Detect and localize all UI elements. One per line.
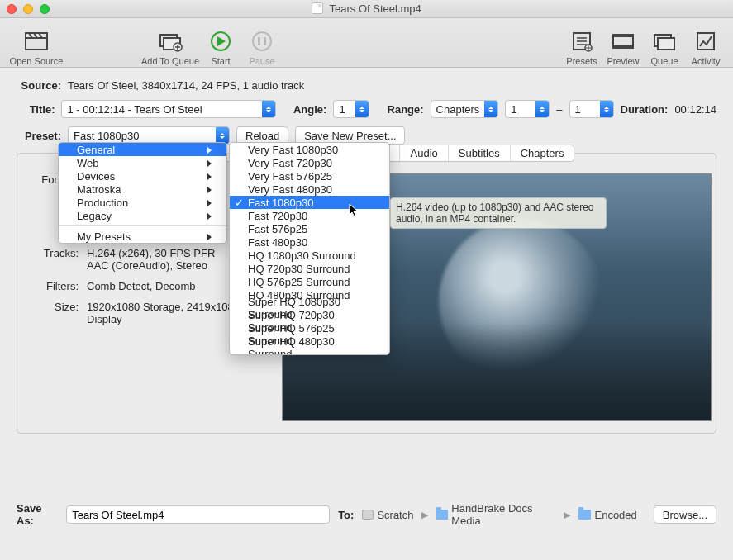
queue-add-icon [157, 30, 183, 53]
svg-marker-26 [350, 204, 358, 217]
presets-button[interactable]: Presets [561, 20, 602, 66]
open-source-button[interactable]: Open Source [7, 20, 66, 66]
path-segment-text: Scratch [377, 509, 413, 521]
size-label: Size: [29, 301, 79, 325]
folder-icon [436, 510, 448, 520]
preset-tooltip: H.264 video (up to 1080p30) and AAC ster… [390, 197, 607, 229]
chevron-right-icon: ▶ [421, 510, 428, 520]
preset-item-selected[interactable]: ✓Fast 1080p30 [230, 196, 389, 209]
save-as-label: Save As: [17, 502, 58, 527]
preset-item[interactable]: Fast 480p30 [230, 235, 389, 249]
range-mode-select[interactable]: Chapters [431, 100, 499, 118]
chevron-updown-icon [484, 101, 497, 117]
menu-item-legacy[interactable]: Legacy [59, 209, 226, 222]
preset-item[interactable]: Very Fast 1080p30 [230, 143, 389, 156]
queue-icon [651, 30, 678, 53]
menu-item-my-presets[interactable]: My Presets [59, 230, 226, 243]
range-dash: – [556, 103, 562, 116]
preset-select-value: Fast 1080p30 [74, 130, 211, 142]
save-as-input[interactable] [66, 505, 330, 524]
chevron-right-icon: ▶ [564, 510, 570, 520]
menu-item-devices[interactable]: Devices [59, 169, 226, 183]
chevron-updown-icon [535, 101, 549, 117]
toolbar: Open Source Add To Queue Start Pause Pre… [0, 18, 733, 68]
preview-button[interactable]: Preview [602, 20, 644, 66]
chevron-right-icon [207, 157, 212, 169]
preset-submenu: Very Fast 1080p30 Very Fast 720p30 Very … [229, 142, 390, 355]
preset-item[interactable]: HQ 1080p30 Surround [230, 249, 389, 262]
path-segment[interactable]: Encoded [578, 509, 636, 521]
pause-icon [249, 30, 275, 53]
svg-rect-22 [613, 45, 633, 48]
toolbar-label: Presets [566, 56, 597, 66]
svg-rect-0 [26, 38, 47, 50]
disk-icon [362, 510, 374, 520]
tab-audio[interactable]: Audio [401, 145, 449, 161]
range-from-select[interactable]: 1 [505, 100, 550, 118]
preset-categories-menu: General Web Devices Matroska Production … [58, 142, 227, 244]
menu-item-web[interactable]: Web [59, 156, 226, 169]
pause-button: Pause [241, 20, 283, 66]
svg-rect-25 [697, 33, 714, 50]
chevron-updown-icon [262, 101, 275, 117]
range-from-value: 1 [511, 103, 531, 116]
chevron-right-icon [207, 170, 212, 183]
check-icon: ✓ [235, 197, 244, 209]
toolbar-label: Add To Queue [141, 56, 199, 66]
menu-item-general[interactable]: General [59, 143, 226, 156]
document-icon [312, 2, 323, 14]
tab-subtitles[interactable]: Subtitles [449, 145, 511, 161]
preset-label: Preset: [17, 130, 61, 142]
preset-item[interactable]: HQ 576p25 Surround [230, 275, 389, 288]
preset-item[interactable]: Very Fast 576p25 [230, 169, 389, 183]
title-label: Title: [17, 103, 55, 116]
window-title: Tears Of Steel.mp4 [0, 2, 733, 15]
activity-button[interactable]: Activity [685, 20, 726, 66]
angle-value: 1 [339, 103, 350, 116]
duration-value: 00:12:14 [674, 103, 716, 116]
chevron-updown-icon [355, 101, 369, 117]
preset-item[interactable]: Fast 720p30 [230, 209, 389, 222]
toolbar-label: Activity [692, 56, 721, 66]
browse-button[interactable]: Browse... [654, 505, 716, 524]
cursor-icon [349, 203, 360, 218]
range-to-select[interactable]: 1 [569, 100, 614, 118]
queue-button[interactable]: Queue [644, 20, 685, 66]
preset-item[interactable]: Very Fast 480p30 [230, 183, 389, 196]
menu-item-matroska[interactable]: Matroska [59, 183, 226, 196]
menu-divider [59, 225, 226, 226]
folder-icon [578, 510, 591, 520]
title-select-value: 1 - 00:12:14 - Tears Of Steel [67, 103, 256, 116]
preset-item[interactable]: Fast 576p25 [230, 222, 389, 235]
path-segment[interactable]: HandBrake Docs Media [436, 502, 555, 527]
preset-item[interactable]: Very Fast 720p30 [230, 156, 389, 169]
angle-label: Angle: [293, 103, 326, 116]
play-icon [207, 30, 234, 53]
svg-rect-14 [264, 37, 266, 45]
svg-point-12 [253, 32, 271, 50]
menu-item-production[interactable]: Production [59, 196, 226, 209]
preset-item[interactable]: HQ 720p30 Surround [230, 262, 389, 275]
add-to-queue-button[interactable]: Add To Queue [140, 20, 200, 66]
tab-chapters[interactable]: Chapters [511, 145, 574, 161]
chevron-right-icon [207, 230, 212, 243]
chevron-right-icon [207, 183, 212, 196]
source-label: Source: [17, 79, 61, 92]
path-segment-text: HandBrake Docs Media [451, 502, 555, 527]
start-button[interactable]: Start [200, 20, 241, 66]
chevron-updown-icon [600, 101, 613, 117]
svg-rect-13 [258, 37, 260, 45]
footer: Save As: To: Scratch ▶ HandBrake Docs Me… [17, 502, 716, 527]
range-label: Range: [388, 103, 424, 116]
path-segment[interactable]: Scratch [362, 509, 413, 521]
svg-marker-11 [217, 36, 226, 46]
title-select[interactable]: 1 - 00:12:14 - Tears Of Steel [61, 100, 275, 118]
preset-item[interactable]: Super HQ 480p30 Surround [230, 341, 389, 354]
preview-icon [610, 30, 636, 53]
path-segment-text: Encoded [594, 509, 636, 521]
presets-icon [569, 30, 595, 53]
toolbar-label: Open Source [10, 56, 64, 66]
duration-label: Duration: [621, 103, 669, 116]
angle-select[interactable]: 1 [333, 100, 369, 118]
chevron-updown-icon [216, 127, 229, 144]
